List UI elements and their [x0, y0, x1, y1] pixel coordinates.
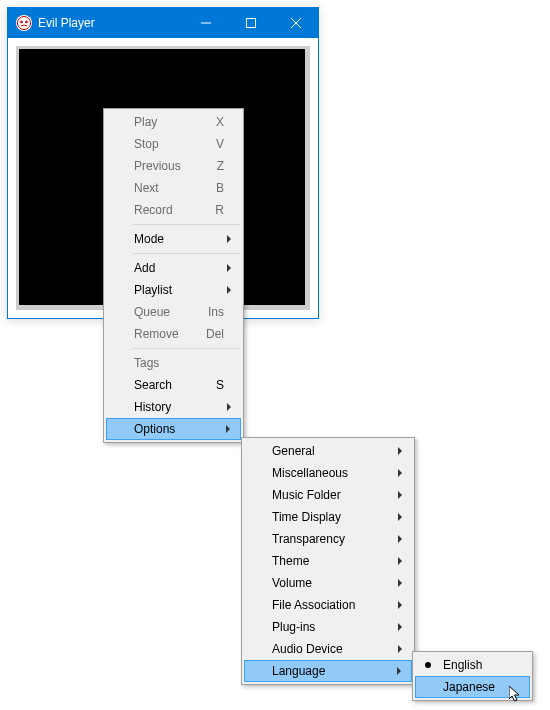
- menu-item-tags: Tags: [106, 352, 241, 374]
- menu-item-label: Record: [134, 203, 173, 217]
- menu-item-music-folder[interactable]: Music Folder: [244, 484, 412, 506]
- chevron-right-icon: [397, 667, 401, 675]
- menu-item-search[interactable]: SearchS: [106, 374, 241, 396]
- chevron-right-icon: [398, 601, 402, 609]
- menu-item-label: Plug-ins: [272, 620, 315, 634]
- context-menu: PlayXStopVPreviousZNextBRecordRModeAddPl…: [103, 108, 244, 443]
- menu-item-language[interactable]: Language: [244, 660, 412, 682]
- menu-item-time-display[interactable]: Time Display: [244, 506, 412, 528]
- chevron-right-icon: [227, 403, 231, 411]
- menu-item-label: File Association: [272, 598, 355, 612]
- menu-item-label: English: [443, 658, 482, 672]
- chevron-right-icon: [398, 513, 402, 521]
- menu-item-label: Japanese: [443, 680, 495, 694]
- menu-item-label: Options: [134, 422, 175, 436]
- maximize-button[interactable]: [228, 8, 273, 38]
- chevron-right-icon: [227, 264, 231, 272]
- menu-item-label: Stop: [134, 137, 159, 151]
- menu-item-label: Language: [272, 664, 325, 678]
- chevron-right-icon: [398, 645, 402, 653]
- svg-point-2: [25, 21, 28, 24]
- menu-item-label: General: [272, 444, 315, 458]
- menu-item-shortcut: Ins: [208, 305, 224, 319]
- menu-item-transparency[interactable]: Transparency: [244, 528, 412, 550]
- menu-item-label: Mode: [134, 232, 164, 246]
- menu-item-volume[interactable]: Volume: [244, 572, 412, 594]
- menu-item-label: Volume: [272, 576, 312, 590]
- chevron-right-icon: [398, 469, 402, 477]
- menu-item-options[interactable]: Options: [106, 418, 241, 440]
- menu-item-label: Music Folder: [272, 488, 341, 502]
- menu-item-label: Play: [134, 115, 157, 129]
- close-button[interactable]: [273, 8, 318, 38]
- radio-dot-icon: [425, 662, 431, 668]
- menu-item-label: Previous: [134, 159, 181, 173]
- menu-item-label: Playlist: [134, 283, 172, 297]
- chevron-right-icon: [398, 535, 402, 543]
- titlebar[interactable]: Evil Player: [8, 8, 318, 38]
- menu-item-label: Miscellaneous: [272, 466, 348, 480]
- menu-item-shortcut: Z: [217, 159, 224, 173]
- svg-point-0: [18, 17, 31, 30]
- menu-item-english[interactable]: English: [415, 654, 530, 676]
- menu-item-next: NextB: [106, 177, 241, 199]
- menu-item-miscellaneous[interactable]: Miscellaneous: [244, 462, 412, 484]
- menu-item-label: Audio Device: [272, 642, 343, 656]
- svg-rect-4: [246, 19, 255, 28]
- menu-item-queue: QueueIns: [106, 301, 241, 323]
- chevron-right-icon: [398, 623, 402, 631]
- menu-item-shortcut: R: [215, 203, 224, 217]
- minimize-button[interactable]: [183, 8, 228, 38]
- svg-point-1: [20, 21, 23, 24]
- chevron-right-icon: [398, 579, 402, 587]
- menu-item-audio-device[interactable]: Audio Device: [244, 638, 412, 660]
- menu-item-label: Time Display: [272, 510, 341, 524]
- menu-item-file-association[interactable]: File Association: [244, 594, 412, 616]
- chevron-right-icon: [398, 557, 402, 565]
- chevron-right-icon: [227, 235, 231, 243]
- menu-item-playlist[interactable]: Playlist: [106, 279, 241, 301]
- menu-separator: [133, 224, 240, 225]
- menu-item-mode[interactable]: Mode: [106, 228, 241, 250]
- chevron-right-icon: [226, 425, 230, 433]
- menu-item-label: Transparency: [272, 532, 345, 546]
- language-submenu: EnglishJapanese: [412, 651, 533, 701]
- menu-item-shortcut: S: [216, 378, 224, 392]
- menu-separator: [133, 253, 240, 254]
- menu-item-label: Add: [134, 261, 155, 275]
- menu-item-general[interactable]: General: [244, 440, 412, 462]
- window-title: Evil Player: [38, 16, 183, 30]
- menu-item-theme[interactable]: Theme: [244, 550, 412, 572]
- menu-item-previous: PreviousZ: [106, 155, 241, 177]
- chevron-right-icon: [227, 286, 231, 294]
- menu-item-shortcut: X: [216, 115, 224, 129]
- menu-separator: [133, 348, 240, 349]
- menu-item-label: Remove: [134, 327, 179, 341]
- menu-item-add[interactable]: Add: [106, 257, 241, 279]
- menu-item-label: Theme: [272, 554, 309, 568]
- menu-item-shortcut: Del: [206, 327, 224, 341]
- chevron-right-icon: [398, 447, 402, 455]
- menu-item-history[interactable]: History: [106, 396, 241, 418]
- app-icon: [16, 15, 32, 31]
- menu-item-shortcut: B: [216, 181, 224, 195]
- menu-item-label: Search: [134, 378, 172, 392]
- menu-item-japanese[interactable]: Japanese: [415, 676, 530, 698]
- menu-item-label: Next: [134, 181, 159, 195]
- menu-item-label: Tags: [134, 356, 159, 370]
- window-controls: [183, 8, 318, 38]
- menu-item-play: PlayX: [106, 111, 241, 133]
- menu-item-label: History: [134, 400, 171, 414]
- menu-item-label: Queue: [134, 305, 170, 319]
- menu-item-record: RecordR: [106, 199, 241, 221]
- options-submenu: GeneralMiscellaneousMusic FolderTime Dis…: [241, 437, 415, 685]
- menu-item-stop: StopV: [106, 133, 241, 155]
- menu-item-plug-ins[interactable]: Plug-ins: [244, 616, 412, 638]
- chevron-right-icon: [398, 491, 402, 499]
- menu-item-shortcut: V: [216, 137, 224, 151]
- menu-item-remove: RemoveDel: [106, 323, 241, 345]
